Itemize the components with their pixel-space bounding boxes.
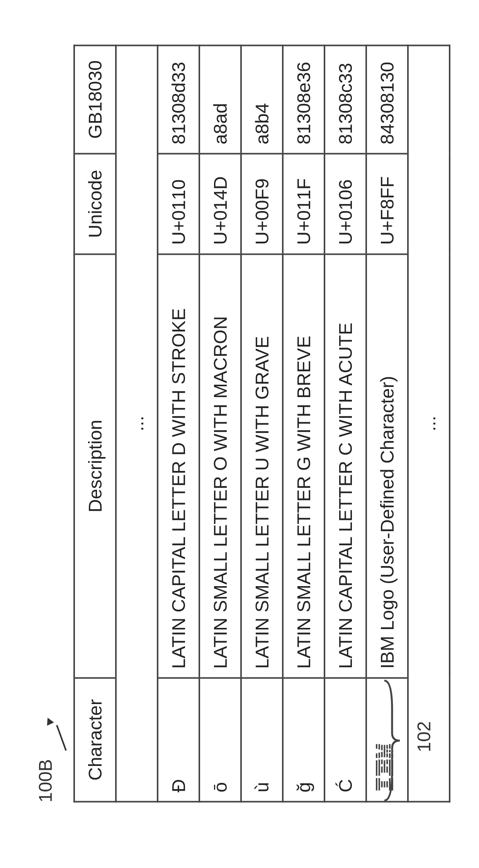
cell-character: Đ [158, 678, 199, 801]
cell-description: IBM Logo (User-Defined Character) [366, 254, 408, 678]
cell-character: ō [199, 678, 241, 801]
cell-description: LATIN CAPITAL LETTER C WITH ACUTE [324, 254, 366, 678]
cell-gb18030: a8ad [199, 45, 241, 153]
cell-character: Ć [324, 678, 366, 801]
cell-description: LATIN SMALL LETTER U WITH GRAVE [241, 254, 283, 678]
header-gb18030: GB18030 [74, 45, 116, 153]
cell-character: ù [241, 678, 283, 801]
table-row: Ć LATIN CAPITAL LETTER C WITH ACUTE U+01… [324, 45, 366, 801]
figure-label: 100B [35, 759, 56, 802]
svg-rect-18 [378, 752, 380, 758]
cell-gb18030: 81308d33 [158, 45, 199, 153]
cell-unicode: U+0110 [158, 153, 199, 254]
cell-gb18030: 81308e36 [283, 45, 324, 153]
cell-description: LATIN CAPITAL LETTER D WITH STROKE [158, 254, 199, 678]
row-callout: 102 [382, 675, 437, 802]
svg-rect-1 [378, 778, 380, 790]
cell-unicode: U+014D [199, 153, 241, 254]
svg-rect-0 [376, 778, 377, 790]
svg-rect-8 [378, 759, 380, 776]
header-character: Character [74, 678, 116, 801]
svg-rect-7 [376, 760, 377, 776]
cell-character: ğ [283, 678, 324, 801]
cell-gb18030: 81308c33 [324, 45, 366, 153]
cell-gb18030: 84308130 [366, 45, 408, 153]
cell-unicode: U+00F9 [241, 153, 283, 254]
svg-rect-19 [378, 744, 380, 749]
ellipsis-cell: ... [116, 45, 158, 801]
table-row: ù LATIN SMALL LETTER U WITH GRAVE U+00F9… [241, 45, 283, 801]
header-description: Description [74, 254, 116, 678]
table-row: Đ LATIN CAPITAL LETTER D WITH STROKE U+0… [158, 45, 199, 801]
table-row: ğ LATIN SMALL LETTER G WITH BREVE U+011F… [283, 45, 324, 801]
rotated-container: 100B Character Description Unicode GB180… [0, 0, 479, 868]
figure-arrow-icon [41, 717, 64, 752]
svg-rect-17 [376, 744, 377, 749]
cell-description: LATIN SMALL LETTER G WITH BREVE [283, 254, 324, 678]
svg-rect-16 [376, 753, 377, 758]
callout-number: 102 [413, 721, 435, 752]
table-ellipsis-row: ... [116, 45, 158, 801]
header-unicode: Unicode [74, 153, 116, 254]
table-row: ō LATIN SMALL LETTER O WITH MACRON U+014… [199, 45, 241, 801]
brace-icon [382, 679, 406, 802]
cell-unicode: U+F8FF [366, 153, 408, 254]
cell-description: LATIN SMALL LETTER O WITH MACRON [199, 254, 241, 678]
cell-gb18030: a8b4 [241, 45, 283, 153]
cell-unicode: U+0106 [324, 153, 366, 254]
cell-unicode: U+011F [283, 153, 324, 254]
table-header-row: Character Description Unicode GB18030 [74, 45, 116, 801]
